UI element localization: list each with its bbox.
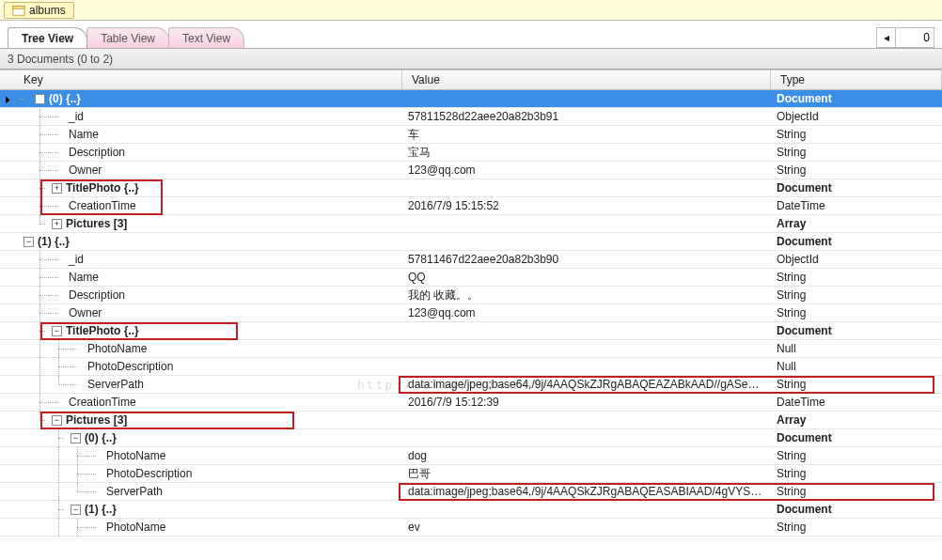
view-tabs: Tree View Table View Text View ◂ [0, 21, 942, 49]
column-header-type[interactable]: Type [771, 70, 942, 89]
collection-icon [12, 4, 25, 17]
tree-row[interactable]: _id57811528d22aee20a82b3b91ObjectId [0, 108, 942, 126]
file-tab-albums[interactable]: albums [4, 2, 74, 19]
tree-type: Array [771, 217, 942, 230]
chevron-left-icon: ◂ [884, 31, 889, 44]
tree-value: 57811467d22aee20a82b3b90 [402, 253, 771, 266]
tree-value: 123@qq.com [402, 163, 771, 177]
tree-type: Document [771, 235, 942, 248]
tree-row[interactable]: −Pictures [3]Array [0, 412, 942, 429]
tree-row[interactable]: _id57811467d22aee20a82b3b90ObjectId [0, 251, 942, 269]
tree-value: 2016/7/9 15:15:52 [402, 199, 771, 212]
tab-table-view[interactable]: Table View [86, 27, 169, 48]
tree-header: Key Value Type [0, 70, 942, 90]
tree-row[interactable]: PhotoDescriptionNull [0, 358, 942, 376]
tree-type: String [771, 449, 942, 462]
tree-key: ServerPath [102, 485, 163, 498]
tree-type: Document [771, 324, 942, 337]
tree-row[interactable]: CreationTime2016/7/9 15:12:39DateTime [0, 394, 942, 412]
tree-row[interactable]: Owner123@qq.comString [0, 304, 942, 322]
tree-key: PhotoName [102, 449, 165, 462]
tree-value: 巴哥 [402, 466, 771, 482]
tree-key: _id [65, 253, 84, 266]
tree-type: Document [771, 431, 942, 444]
tree-type: String [771, 271, 942, 284]
minus-icon[interactable]: − [35, 94, 45, 104]
plus-icon[interactable]: + [52, 183, 62, 194]
tree-row-doc0[interactable]: ▶ − (0) {..} Document [0, 90, 942, 108]
tree-key: (1) {..} [34, 235, 70, 248]
minus-icon[interactable]: − [52, 326, 62, 336]
tree-row[interactable]: PhotoNameNull [0, 340, 942, 358]
tree-type: String [771, 146, 942, 159]
tab-text-view[interactable]: Text View [168, 27, 244, 48]
page-prev-button[interactable]: ◂ [877, 28, 896, 47]
tree-row[interactable]: −(1) {..}Document [0, 501, 942, 519]
tree-type: String [771, 128, 942, 141]
tree-row[interactable]: Owner123@qq.comString [0, 162, 942, 179]
tree-type: String [771, 306, 942, 319]
tree-value: 57811528d22aee20a82b3b91 [402, 110, 771, 123]
tree-type: Document [771, 503, 942, 516]
tree-type: Null [771, 360, 942, 373]
tree-key: CreationTime [65, 199, 136, 212]
tree-value: 宝马 [402, 145, 771, 161]
paging-control: ◂ [876, 27, 934, 48]
tree-row[interactable]: −TitlePhoto {..}Document [0, 322, 942, 340]
tree-row-doc1[interactable]: −(1) {..}Document [0, 233, 942, 251]
tree-type: ObjectId [771, 110, 942, 123]
tree-key: Pictures [3] [62, 413, 127, 427]
tree-row[interactable]: ServerPathdata:image/jpeg;base64,/9j/4AA… [0, 376, 942, 394]
tree-type: DateTime [771, 396, 942, 409]
tree-row[interactable]: +Pictures [3]Array [0, 215, 942, 233]
file-tab-label: albums [29, 4, 66, 17]
tree-value: 123@qq.com [402, 306, 771, 319]
tree-value: 2016/7/9 15:12:39 [402, 396, 771, 409]
tree-value: dog [402, 449, 771, 462]
tree-row[interactable]: −(0) {..}Document [0, 429, 942, 447]
tree-type: String [771, 288, 942, 302]
tree-key: CreationTime [65, 396, 136, 409]
tree-value: 车 [402, 127, 771, 143]
tree-row[interactable]: PhotoDescription巴哥String [0, 465, 942, 483]
minus-icon[interactable]: − [71, 505, 81, 515]
tree-row[interactable]: Name车String [0, 126, 942, 144]
tree-row[interactable]: PhotoNamedogString [0, 447, 942, 465]
tree-key: TitlePhoto {..} [62, 181, 139, 194]
minus-icon[interactable]: − [52, 415, 62, 426]
tree-key: PhotoDescription [84, 360, 173, 373]
plus-icon[interactable]: + [52, 219, 62, 229]
tree-key: Name [65, 128, 99, 141]
tree-row[interactable]: +TitlePhoto {..}Document [0, 179, 942, 197]
tree-type: Document [771, 92, 942, 105]
tree-key: Owner [65, 306, 102, 319]
tree-row[interactable]: PhotoNameevString [0, 519, 942, 537]
tab-tree-view[interactable]: Tree View [8, 27, 87, 48]
tree-key: (0) {..} [45, 92, 81, 105]
tree-key: _id [65, 110, 84, 123]
column-header-key[interactable]: Key [14, 70, 402, 89]
page-index-input[interactable] [896, 29, 934, 46]
tree-type: Null [771, 342, 942, 355]
tree-rows: ▶ − (0) {..} Document _id57811528d22aee2… [0, 90, 942, 537]
tree-value: ev [402, 521, 771, 534]
tree-key: PhotoName [84, 342, 147, 355]
tree-body: http://blog.csdn.net/ ▶ − (0) {..} Docum… [0, 90, 942, 537]
tree-key: (1) {..} [81, 503, 117, 516]
column-header-value[interactable]: Value [402, 70, 771, 89]
tree-type: ObjectId [771, 253, 942, 266]
tree-key: Pictures [3] [62, 217, 127, 230]
tree-type: DateTime [771, 199, 942, 212]
tree-row[interactable]: CreationTime2016/7/9 15:15:52DateTime [0, 197, 942, 215]
tree-value: QQ [402, 271, 771, 284]
tree-row[interactable]: Description我的 收藏。。String [0, 287, 942, 304]
tree-key: Description [65, 146, 125, 159]
minus-icon[interactable]: − [24, 237, 34, 247]
svg-rect-1 [13, 6, 24, 8]
tree-row[interactable]: Description宝马String [0, 144, 942, 162]
tree-row[interactable]: NameQQString [0, 269, 942, 287]
tree-row[interactable]: ServerPathdata:image/jpeg;base64,/9j/4AA… [0, 483, 942, 501]
tree-type: Document [771, 181, 942, 194]
minus-icon[interactable]: − [71, 433, 81, 443]
tree-type: Array [771, 413, 942, 427]
